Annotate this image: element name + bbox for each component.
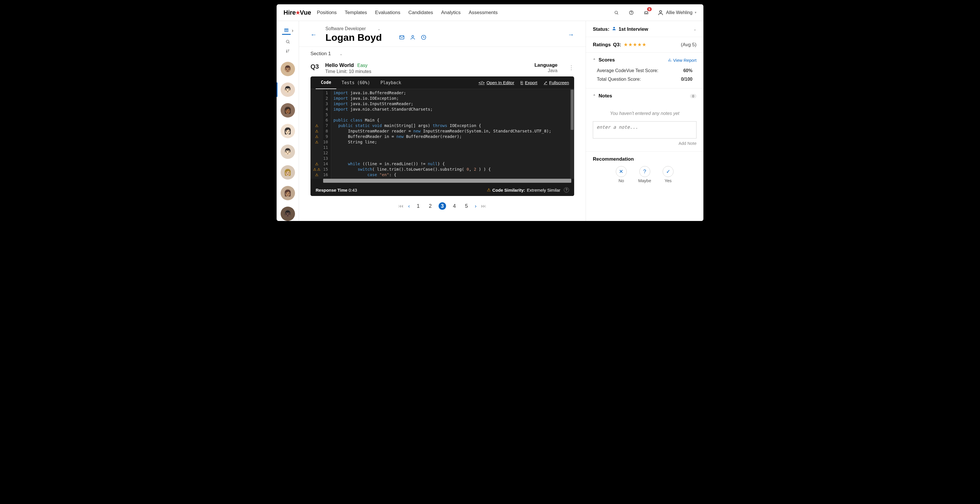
candidate-avatar[interactable]: 👩🏽 <box>281 186 295 200</box>
recommend-no[interactable]: ✕ No <box>616 166 627 183</box>
notes-header[interactable]: ⌃ Notes 0 <box>593 93 697 99</box>
next-candidate-arrow[interactable]: → <box>568 31 574 38</box>
history-icon[interactable] <box>421 35 426 41</box>
open-in-editor-link[interactable]: </>Open In Editor <box>479 80 514 85</box>
right-panel: Status: 1st Interview ⌄ Ratings Q3: ★★★★… <box>585 21 703 221</box>
chevron-up-icon: ⌃ <box>593 94 596 98</box>
main-content: ← Software Developer ⌄ Logan Boyd → <box>299 21 585 221</box>
vertical-scrollbar[interactable] <box>570 89 574 179</box>
notification-badge: 9 <box>647 7 652 11</box>
question-number: Q3 <box>310 63 319 70</box>
pager-page[interactable]: 2 <box>426 202 434 210</box>
score-row: Total Question Score:0/100 <box>593 75 697 84</box>
fullscreen-link[interactable]: ⤢Fullscreen <box>544 80 569 85</box>
tab-playback[interactable]: Playback <box>375 77 406 89</box>
logo-pre: Hire <box>283 9 296 16</box>
candidate-avatar[interactable]: 👨🏿 <box>281 207 295 221</box>
svg-point-4 <box>659 10 662 12</box>
logo[interactable]: Hire★Vue <box>283 9 311 16</box>
search-icon[interactable] <box>612 9 620 16</box>
nav-evaluations[interactable]: Evaluations <box>375 10 400 16</box>
chevron-down-icon: ⌄ <box>377 27 380 31</box>
pager-page[interactable]: 5 <box>463 202 470 210</box>
code-content[interactable]: import java.io.BufferedReader;import jav… <box>331 89 574 179</box>
pager-prev-icon[interactable]: ‹ <box>408 203 410 209</box>
chevron-down-icon: ▾ <box>695 11 697 14</box>
warning-icon: ⚠ <box>487 187 491 193</box>
pager-page[interactable]: 4 <box>451 202 458 210</box>
recommendation-label: Recommendation <box>593 156 697 162</box>
line-number-gutter: 12345678910111213141516 <box>323 89 331 179</box>
nav-analytics[interactable]: Analytics <box>441 10 461 16</box>
recommend-yes[interactable]: ✓ Yes <box>663 166 673 183</box>
pager-last-icon[interactable]: ⏭ <box>481 203 486 209</box>
warning-gutter: ⚠⚠⚠⚠⚠⚠⚠⚠ <box>310 89 323 179</box>
candidate-avatar[interactable]: 👩🏻 <box>281 124 295 138</box>
more-icon[interactable]: ⋮ <box>568 64 574 71</box>
similarity-label: Code Similarity: <box>492 188 525 193</box>
nav-templates[interactable]: Templates <box>345 10 367 16</box>
notes-count-badge: 0 <box>690 94 697 98</box>
tab-code[interactable]: Code <box>316 77 336 89</box>
svg-line-10 <box>289 43 290 43</box>
score-row: Average CodeVue Test Score:60% <box>593 66 697 75</box>
recommend-maybe[interactable]: ? Maybe <box>638 166 651 183</box>
view-report-link[interactable]: View Report <box>668 58 697 63</box>
status-label: Status: <box>593 26 609 32</box>
position-label: Software Developer <box>325 26 366 31</box>
check-icon: ✓ <box>663 166 673 177</box>
pager-page[interactable]: 3 <box>439 202 446 210</box>
nav-assessments[interactable]: Assessments <box>469 10 498 16</box>
user-menu[interactable]: Allie Wehling ▾ <box>657 10 697 16</box>
pager-next-icon[interactable]: › <box>475 203 477 209</box>
nav-candidates[interactable]: Candidates <box>409 10 433 16</box>
scores-header[interactable]: ⌃ Scores View Report <box>593 57 697 63</box>
candidate-avatar[interactable]: 👩🏼 <box>281 165 295 180</box>
pager-first-icon[interactable]: ⏮ <box>398 203 404 209</box>
export-link[interactable]: ⎘Export <box>520 80 537 85</box>
svg-line-1 <box>617 13 618 14</box>
expand-icon[interactable]: › <box>292 27 294 33</box>
status-value: 1st Interview <box>619 26 648 32</box>
position-select[interactable]: Software Developer ⌄ <box>325 26 382 31</box>
profile-icon[interactable] <box>410 35 415 41</box>
status-select[interactable]: Status: 1st Interview ⌄ <box>593 26 697 32</box>
language-label: Language <box>535 62 557 68</box>
similarity-value: Extremely Similar <box>527 188 560 193</box>
grid-view-icon[interactable] <box>282 26 291 35</box>
help-icon[interactable] <box>628 9 635 16</box>
candidate-avatar-list: 👨🏽 👨🏻 👩🏾 👩🏻 👨🏻 👩🏼 👩🏽 👨🏿 <box>281 62 295 221</box>
horizontal-scrollbar[interactable] <box>323 179 571 183</box>
question-difficulty: Easy <box>357 63 368 68</box>
candidate-avatar[interactable]: 👩🏾 <box>281 103 295 118</box>
close-icon: ✕ <box>616 166 627 177</box>
add-note-button[interactable]: Add Note <box>593 140 697 147</box>
candidate-name: Logan Boyd <box>325 32 382 43</box>
svg-point-9 <box>286 40 289 43</box>
candidate-avatar[interactable]: 👨🏻 <box>281 145 295 159</box>
star-rating[interactable]: ★★★★★ <box>624 41 646 48</box>
section-select[interactable]: Section 1 ⌄ <box>299 47 585 61</box>
tab-tests[interactable]: Tests (60%) <box>336 77 375 89</box>
nav-positions[interactable]: Positions <box>317 10 337 16</box>
language-value: Java <box>535 68 557 73</box>
ratings-label: Ratings <box>593 42 611 48</box>
svg-point-18 <box>613 27 615 29</box>
user-name: Allie Wehling <box>666 10 692 15</box>
candidate-avatar[interactable]: 👨🏽 <box>281 62 295 76</box>
ratings-avg: (Avg 5) <box>681 42 697 48</box>
note-input[interactable] <box>593 121 697 139</box>
person-icon <box>612 26 616 32</box>
inbox-icon[interactable]: 9 <box>643 9 650 16</box>
candidate-avatar[interactable]: 👨🏻 <box>281 83 295 97</box>
response-time-value: 0:43 <box>349 188 357 193</box>
prev-candidate-arrow[interactable]: ← <box>310 31 317 38</box>
pager-page[interactable]: 1 <box>414 202 422 210</box>
sort-icon[interactable] <box>283 48 292 54</box>
similarity-help-icon[interactable]: ? <box>564 187 569 193</box>
sidebar: › 👨🏽 👨🏻 👩🏾 👩🏻 👨🏻 👩🏼 👩🏽 👨🏿 <box>277 21 299 221</box>
scores-label: Scores <box>598 57 615 63</box>
search-side-icon[interactable] <box>283 39 292 44</box>
email-icon[interactable] <box>399 35 405 41</box>
section-label: Section 1 <box>310 51 331 57</box>
